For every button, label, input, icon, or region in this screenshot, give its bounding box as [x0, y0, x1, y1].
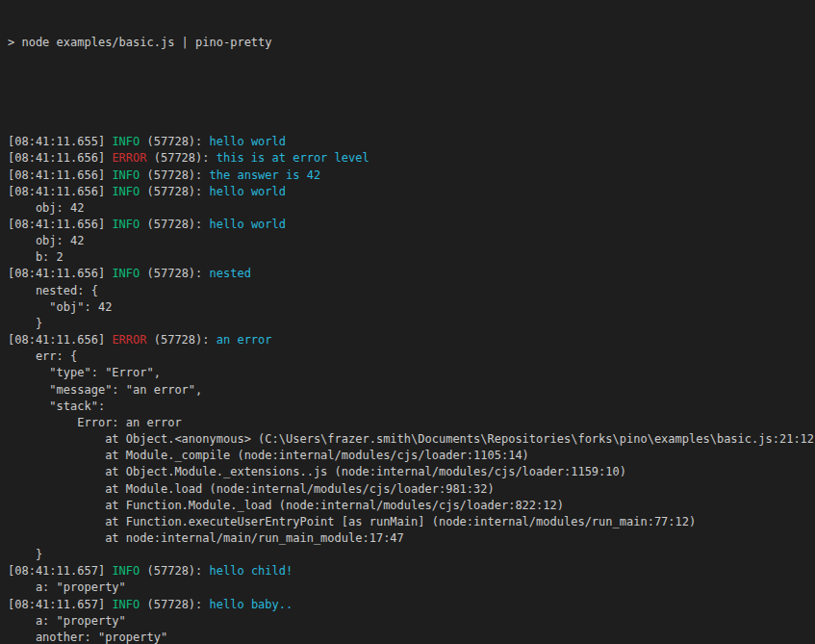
log-message: an error	[216, 333, 272, 347]
log-level: INFO	[112, 168, 140, 182]
log-detail-text: }	[8, 548, 42, 561]
log-detail-text: b: 2	[8, 250, 64, 264]
log-pid: (57728):	[140, 218, 209, 231]
log-detail-text: "obj": 42	[8, 300, 112, 314]
log-timestamp: [08:41:11.656]	[8, 168, 112, 182]
log-level: INFO	[112, 267, 140, 280]
log-detail-text: at Module._compile (node:internal/module…	[8, 449, 529, 462]
log-level: ERROR	[112, 151, 146, 165]
log-detail-text: "stack":	[8, 399, 105, 413]
log-level: INFO	[112, 564, 140, 578]
terminal[interactable]: > node examples/basic.js | pino-pretty […	[0, 0, 815, 644]
log-detail-text: }	[8, 317, 42, 330]
log-timestamp: [08:41:11.656]	[8, 185, 112, 198]
log-message: this is at error level	[216, 151, 369, 165]
log-detail-line: at Object.Module._extensions..js (node:i…	[8, 464, 815, 480]
log-message: hello world	[210, 218, 286, 231]
log-timestamp: [08:41:11.657]	[8, 564, 112, 578]
log-detail-line: at Module.load (node:internal/modules/cj…	[8, 481, 815, 498]
log-detail-line: "obj": 42	[8, 299, 815, 316]
log-detail-line: }	[8, 547, 815, 563]
log-line: [08:41:11.656] INFO (57728): hello world	[8, 184, 815, 200]
log-detail-line: another: "property"	[8, 630, 815, 644]
log-detail-line: a: "property"	[8, 580, 815, 596]
log-message: hello world	[210, 135, 286, 148]
log-detail-text: a: "property"	[8, 580, 126, 594]
log-output: [08:41:11.655] INFO (57728): hello world…	[8, 134, 815, 644]
log-line: [08:41:11.657] INFO (57728): hello child…	[8, 563, 815, 580]
log-detail-text: "type": "Error",	[8, 366, 161, 379]
log-pid: (57728):	[140, 135, 209, 148]
log-detail-line: at Object.<anonymous> (C:\Users\frazer.s…	[8, 431, 815, 448]
log-detail-line: a: "property"	[8, 613, 815, 630]
log-detail-line: "stack":	[8, 399, 815, 415]
log-level: ERROR	[112, 333, 146, 347]
log-line: [08:41:11.656] INFO (57728): the answer …	[8, 167, 815, 184]
log-detail-line: at Function.executeUserEntryPoint [as ru…	[8, 514, 815, 530]
log-detail-line: }	[8, 316, 815, 332]
log-level: INFO	[112, 218, 140, 231]
log-detail-line: at Function.Module._load (node:internal/…	[8, 498, 815, 514]
log-line: [08:41:11.656] ERROR (57728): an error	[8, 332, 815, 348]
log-level: INFO	[112, 135, 140, 148]
log-timestamp: [08:41:11.656]	[8, 151, 112, 165]
log-detail-text: at Object.Module._extensions..js (node:i…	[8, 465, 626, 478]
log-detail-line: err: {	[8, 348, 815, 365]
log-message: hello baby..	[210, 598, 293, 611]
log-detail-line: b: 2	[8, 249, 815, 266]
log-pid: (57728):	[140, 168, 209, 182]
log-detail-text: at Function.executeUserEntryPoint [as ru…	[8, 515, 696, 528]
log-pid: (57728):	[140, 185, 209, 198]
log-detail-text: at Object.<anonymous> (C:\Users\frazer.s…	[8, 432, 815, 446]
log-detail-line: obj: 42	[8, 200, 815, 217]
log-level: INFO	[112, 185, 140, 198]
log-timestamp: [08:41:11.657]	[8, 598, 112, 611]
log-detail-line: nested: {	[8, 283, 815, 299]
log-message: hello world	[210, 185, 286, 198]
log-pid: (57728):	[140, 267, 209, 280]
log-detail-text: err: {	[8, 349, 77, 363]
log-detail-text: obj: 42	[8, 234, 84, 247]
log-pid: (57728):	[147, 333, 216, 347]
log-message: hello child!	[210, 564, 293, 578]
log-level: INFO	[112, 598, 140, 611]
log-detail-text: at Function.Module._load (node:internal/…	[8, 499, 564, 512]
log-detail-line: Error: an error	[8, 415, 815, 431]
log-timestamp: [08:41:11.655]	[8, 135, 112, 148]
blank-line	[8, 85, 815, 101]
log-detail-text: at node:internal/main/run_main_module:17…	[8, 531, 404, 545]
log-timestamp: [08:41:11.656]	[8, 267, 112, 280]
log-detail-text: "message": "an error",	[8, 383, 202, 397]
log-detail-line: obj: 42	[8, 233, 815, 249]
log-pid: (57728):	[140, 598, 209, 611]
log-message: the answer is 42	[210, 168, 321, 182]
log-line: [08:41:11.656] INFO (57728): nested	[8, 266, 815, 282]
log-line: [08:41:11.656] ERROR (57728): this is at…	[8, 150, 815, 167]
log-detail-line: at node:internal/main/run_main_module:17…	[8, 530, 815, 547]
log-line: [08:41:11.657] INFO (57728): hello baby.…	[8, 597, 815, 613]
log-detail-text: obj: 42	[8, 201, 84, 215]
log-pid: (57728):	[140, 564, 209, 578]
log-detail-text: at Module.load (node:internal/modules/cj…	[8, 482, 495, 496]
log-detail-text: another: "property"	[8, 631, 167, 644]
log-message: nested	[210, 267, 251, 280]
log-detail-text: a: "property"	[8, 614, 126, 628]
log-line: [08:41:11.655] INFO (57728): hello world	[8, 134, 815, 150]
log-detail-line: "type": "Error",	[8, 365, 815, 381]
log-detail-line: "message": "an error",	[8, 382, 815, 399]
log-detail-text: nested: {	[8, 284, 98, 297]
command-line: > node examples/basic.js | pino-pretty	[8, 35, 815, 51]
command-text: > node examples/basic.js | pino-pretty	[8, 36, 272, 49]
log-detail-line: at Module._compile (node:internal/module…	[8, 448, 815, 464]
log-detail-text: Error: an error	[8, 416, 182, 429]
log-timestamp: [08:41:11.656]	[8, 218, 112, 231]
log-timestamp: [08:41:11.656]	[8, 333, 112, 347]
log-line: [08:41:11.656] INFO (57728): hello world	[8, 217, 815, 233]
log-pid: (57728):	[147, 151, 216, 165]
